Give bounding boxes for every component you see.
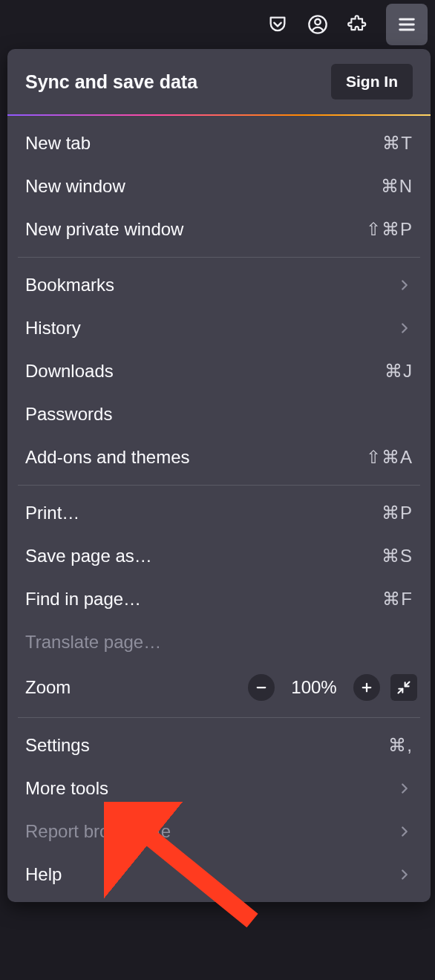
menu-item-label: New private window — [25, 219, 366, 240]
browser-toolbar — [0, 0, 435, 49]
downloads-item[interactable]: Downloads ⌘J — [7, 350, 431, 393]
shortcut-label: ⌘J — [385, 361, 413, 382]
application-menu-panel: Sync and save data Sign In New tab ⌘T Ne… — [7, 49, 431, 902]
menu-header: Sync and save data Sign In — [7, 49, 431, 114]
menu-item-label: Report broken site — [25, 821, 396, 842]
addons-themes-item[interactable]: Add-ons and themes ⇧⌘A — [7, 436, 431, 479]
shortcut-label: ⌘T — [382, 133, 413, 154]
sync-title: Sync and save data — [25, 71, 197, 93]
pocket-icon[interactable] — [266, 13, 290, 36]
zoom-out-button[interactable] — [248, 674, 275, 701]
shortcut-label: ⌘P — [382, 503, 413, 523]
menu-item-label: Downloads — [25, 361, 385, 382]
menu-section: Settings ⌘, More tools Report broken sit… — [7, 718, 431, 902]
shortcut-label: ⌘F — [382, 589, 413, 610]
settings-item[interactable]: Settings ⌘, — [7, 724, 431, 767]
new-private-window-item[interactable]: New private window ⇧⌘P — [7, 208, 431, 251]
chevron-right-icon — [396, 320, 413, 336]
menu-item-label: Translate page… — [25, 632, 413, 653]
application-menu-button[interactable] — [386, 4, 428, 45]
chevron-right-icon — [396, 277, 413, 293]
menu-item-label: Print… — [25, 503, 382, 523]
menu-section: Bookmarks History Downloads ⌘J Passwords… — [7, 258, 431, 485]
help-item[interactable]: Help — [7, 853, 431, 896]
menu-item-label: New window — [25, 176, 381, 197]
print-item[interactable]: Print… ⌘P — [7, 491, 431, 535]
translate-page-item: Translate page… — [7, 621, 431, 664]
zoom-value: 100% — [285, 677, 343, 698]
passwords-item[interactable]: Passwords — [7, 393, 431, 436]
sign-in-button[interactable]: Sign In — [331, 64, 413, 99]
chevron-right-icon — [396, 823, 413, 840]
fullscreen-toggle-button[interactable] — [390, 674, 417, 701]
extensions-icon[interactable] — [346, 13, 370, 36]
menu-item-label: History — [25, 318, 396, 339]
menu-section: Print… ⌘P Save page as… ⌘S Find in page…… — [7, 486, 431, 717]
menu-item-label: New tab — [25, 133, 382, 154]
menu-item-label: Bookmarks — [25, 275, 396, 295]
zoom-row: Zoom 100% — [7, 664, 431, 711]
menu-item-label: More tools — [25, 778, 396, 799]
shortcut-label: ⌘, — [388, 735, 413, 756]
zoom-in-button[interactable] — [353, 674, 380, 701]
save-page-as-item[interactable]: Save page as… ⌘S — [7, 535, 431, 578]
new-tab-item[interactable]: New tab ⌘T — [7, 122, 431, 165]
chevron-right-icon — [396, 780, 413, 797]
menu-section: New tab ⌘T New window ⌘N New private win… — [7, 116, 431, 257]
chevron-right-icon — [396, 866, 413, 883]
account-icon[interactable] — [306, 13, 330, 36]
menu-item-label: Add-ons and themes — [25, 447, 366, 468]
shortcut-label: ⇧⌘P — [366, 219, 413, 240]
shortcut-label: ⇧⌘A — [366, 447, 413, 468]
more-tools-item[interactable]: More tools — [7, 767, 431, 810]
svg-point-1 — [315, 19, 320, 24]
history-item[interactable]: History — [7, 307, 431, 350]
shortcut-label: ⌘N — [381, 176, 413, 197]
report-broken-site-item: Report broken site — [7, 810, 431, 853]
new-window-item[interactable]: New window ⌘N — [7, 165, 431, 208]
menu-item-label: Find in page… — [25, 589, 382, 610]
zoom-label: Zoom — [25, 677, 238, 698]
menu-item-label: Save page as… — [25, 546, 382, 566]
shortcut-label: ⌘S — [382, 546, 413, 566]
menu-item-label: Passwords — [25, 404, 413, 425]
bookmarks-item[interactable]: Bookmarks — [7, 264, 431, 307]
menu-item-label: Settings — [25, 735, 388, 756]
find-in-page-item[interactable]: Find in page… ⌘F — [7, 578, 431, 621]
menu-item-label: Help — [25, 864, 396, 885]
